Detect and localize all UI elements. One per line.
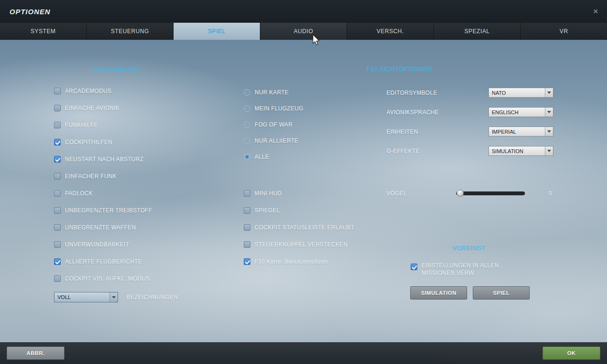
labels-dropdown-label: BEZEICHNUNGEN xyxy=(127,294,178,300)
checkbox[interactable] xyxy=(54,122,61,128)
tab-system[interactable]: SYSTEM xyxy=(0,23,87,40)
checkbox-row-unbegrenzter-treibstoff[interactable]: UNBEGRENZTER TREIBSTOFF xyxy=(54,202,152,219)
radio-button[interactable] xyxy=(244,137,250,144)
checkbox-label: EINFACHER FUNK xyxy=(65,173,117,180)
checkbox[interactable] xyxy=(54,275,61,282)
checkbox-label: UNBEGRENZTER TREIBSTOFF xyxy=(65,207,152,214)
checkbox-label: ARCADEMODUS xyxy=(65,88,111,94)
radio-row-nur-karte[interactable]: NUR KARTE xyxy=(244,84,304,100)
radio-button[interactable] xyxy=(244,121,250,128)
checkbox-row-cockpithilfen[interactable]: COCKPITHILFEN xyxy=(54,134,152,151)
f10-options-heading: F10 SICHTOPTIONEN xyxy=(367,65,432,73)
hud-checkbox-list: MINI HUD SPIEGEL COCKPIT STATUSLEISTE ER… xyxy=(244,185,354,270)
checkbox-row-einfacher-funk[interactable]: EINFACHER FUNK xyxy=(54,168,152,185)
checkbox[interactable] xyxy=(54,105,61,111)
game-preset-button[interactable]: SPIEL xyxy=(473,286,530,300)
checkbox-row-mini-hud[interactable]: MINI HUD xyxy=(244,185,354,202)
cancel-button[interactable]: ABBR. xyxy=(7,346,64,360)
checkbox-label: EINSTELLUNGEN IN ALLEN MISSIONEN VERW. xyxy=(422,262,512,277)
birds-slider-label: VÖGEL xyxy=(386,190,407,197)
chevron-down-icon[interactable] xyxy=(545,127,553,136)
checkbox[interactable] xyxy=(244,224,250,231)
checkbox-row-einstellungen-alle-missionen[interactable]: EINSTELLUNGEN IN ALLEN MISSIONEN VERW. xyxy=(411,262,512,277)
chevron-down-icon[interactable] xyxy=(545,108,553,117)
checkbox-row-f10-benutzernotizen[interactable]: F10 Karte: Benutzernotizen xyxy=(244,253,354,270)
close-icon[interactable]: × xyxy=(591,7,600,16)
select-value: IMPERIAL xyxy=(492,129,516,135)
tab-spezial[interactable]: SPEZIAL xyxy=(434,23,521,40)
radio-button[interactable] xyxy=(244,105,250,112)
avionics-language-select[interactable]: ENGLISCH xyxy=(488,107,553,117)
checkbox-label: NEUSTART NACH ABSTURZ xyxy=(65,156,144,163)
radio-row-fog-of-war[interactable]: FOG OF WAR xyxy=(244,117,304,133)
slider-handle[interactable] xyxy=(457,190,464,197)
checkbox-label: EINFACHE AVIONIK xyxy=(65,105,120,111)
chevron-down-icon[interactable] xyxy=(545,146,553,155)
radio-button[interactable] xyxy=(244,154,250,160)
select-row-g-effekte: G-EFFEKTE SIMULATION xyxy=(386,146,557,156)
checkbox-row-padlock[interactable]: PADLOCK xyxy=(54,185,152,202)
difficulties-checkbox-list: ARCADEMODUS EINFACHE AVIONIK FUNKHILFE C… xyxy=(54,82,152,287)
checkbox[interactable] xyxy=(54,224,61,231)
labels-select[interactable]: VOLL xyxy=(54,292,118,302)
footer-bar: ABBR. OK xyxy=(0,342,607,364)
simulation-preset-button[interactable]: SIMULATION xyxy=(410,286,467,300)
checkbox[interactable] xyxy=(411,264,417,270)
checkbox-label: UNBEGRENZTE WAFFEN xyxy=(65,224,136,231)
checkbox-row-steuerknueppel-verstecken[interactable]: STEUERKNÜPPEL VERSTECKEN xyxy=(244,236,354,253)
birds-slider[interactable] xyxy=(456,190,525,197)
tab-versch[interactable]: VERSCH. xyxy=(347,23,434,40)
tab-spiel[interactable]: SPIEL xyxy=(174,23,260,40)
checkbox-row-arcademodus[interactable]: ARCADEMODUS xyxy=(54,82,152,100)
radio-row-nur-alliierte[interactable]: NUR ALLIIERTE xyxy=(244,133,304,149)
presets-heading: VOREINST. xyxy=(410,245,529,252)
checkbox-label: F10 Karte: Benutzernotizen xyxy=(255,258,328,265)
checkbox-label: PADLOCK xyxy=(65,190,93,197)
checkbox-row-alliierte-flugberichte[interactable]: ALLIIERTE FLUGBERICHTE xyxy=(54,253,152,270)
radio-label: FOG OF WAR xyxy=(255,121,293,128)
checkbox-label: UNVERWUNDBARKEIT xyxy=(65,241,129,248)
chevron-down-icon[interactable] xyxy=(545,88,553,97)
ok-button[interactable]: OK xyxy=(543,346,600,360)
checkbox-row-unverwundbarkeit[interactable]: UNVERWUNDBARKEIT xyxy=(54,236,152,253)
radio-button[interactable] xyxy=(244,89,250,96)
select-value: SIMULATION xyxy=(492,148,523,154)
checkbox-label: FUNKHILFE xyxy=(65,122,98,128)
checkbox[interactable] xyxy=(54,207,61,214)
checkbox[interactable] xyxy=(244,241,250,248)
tab-steuerung[interactable]: STEUERUNG xyxy=(87,23,174,40)
checkbox[interactable] xyxy=(54,241,61,248)
checkbox[interactable] xyxy=(54,156,61,163)
radio-row-mein-flugzeug[interactable]: MEIN FLUGZEUG xyxy=(244,100,304,117)
checkbox-row-spiegel[interactable]: SPIEGEL xyxy=(244,202,354,219)
checkbox[interactable] xyxy=(54,139,61,146)
checkbox[interactable] xyxy=(244,190,250,197)
g-effects-select[interactable]: SIMULATION xyxy=(488,146,553,156)
checkbox-row-neustart-nach-absturz[interactable]: NEUSTART NACH ABSTURZ xyxy=(54,151,152,168)
select-label: G-EFFEKTE xyxy=(386,148,420,155)
checkbox-row-funkhilfe[interactable]: FUNKHILFE xyxy=(54,117,152,134)
select-label: AVIONIKSPRACHE xyxy=(386,109,439,116)
checkbox[interactable] xyxy=(244,207,250,214)
slider-track[interactable] xyxy=(456,191,525,195)
checkbox[interactable] xyxy=(54,173,61,180)
chevron-down-icon[interactable] xyxy=(110,292,118,302)
checkbox[interactable] xyxy=(244,258,250,265)
radio-row-alle[interactable]: ALLE xyxy=(244,149,304,165)
select-value: ENGLISCH xyxy=(492,109,518,115)
tab-audio[interactable]: AUDIO xyxy=(260,23,347,40)
checkbox[interactable] xyxy=(54,258,61,265)
editor-symbols-select[interactable]: NATO xyxy=(488,88,553,98)
checkbox-row-cockpit-vis-aufkl[interactable]: COCKPIT VIS. AUFKL. MODUS xyxy=(54,270,152,287)
checkbox-row-cockpit-statusleiste[interactable]: COCKPIT STATUSLEISTE ERLAUBT xyxy=(244,219,354,236)
select-row-einheiten: EINHEITEN IMPERIAL xyxy=(386,127,557,136)
checkbox[interactable] xyxy=(54,190,61,197)
checkbox-row-unbegrenzte-waffen[interactable]: UNBEGRENZTE WAFFEN xyxy=(54,219,152,236)
checkbox-row-einfache-avionik[interactable]: EINFACHE AVIONIK xyxy=(54,100,152,117)
radio-label: MEIN FLUGZEUG xyxy=(255,105,304,112)
select-row-avioniksprache: AVIONIKSPRACHE ENGLISCH xyxy=(386,107,557,117)
units-select[interactable]: IMPERIAL xyxy=(488,127,553,136)
checkbox[interactable] xyxy=(54,88,61,94)
tab-vr[interactable]: VR xyxy=(521,23,607,40)
tab-bar: SYSTEM STEUERUNG SPIEL AUDIO VERSCH. SPE… xyxy=(0,23,607,40)
